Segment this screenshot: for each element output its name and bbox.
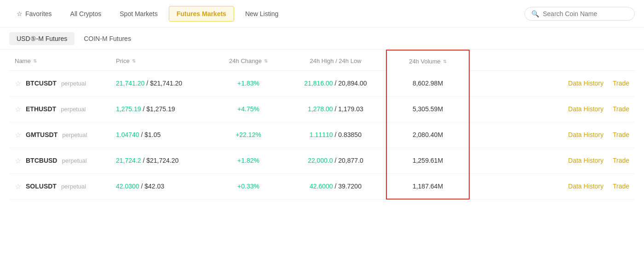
- cell-actions: Data History Trade: [469, 70, 635, 96]
- table-row: ☆ BTCUSDT perpetual 21,741.20 / $21,741.…: [9, 70, 635, 96]
- cell-actions: Data History Trade: [469, 122, 635, 148]
- coin-type: perpetual: [61, 80, 86, 87]
- table-row: ☆ ETHUSDT perpetual 1,275.19 / $1,275.19…: [9, 96, 635, 122]
- coin-type: perpetual: [61, 183, 86, 190]
- volume-value: 1,187.64M: [413, 183, 443, 190]
- coin-type: perpetual: [61, 106, 86, 113]
- table-container: Name ⇅ Price ⇅ 24h Change ⇅: [0, 50, 644, 200]
- search-box[interactable]: 🔍: [524, 7, 635, 21]
- coin-type: perpetual: [62, 157, 86, 164]
- favorite-star[interactable]: ☆: [15, 182, 21, 191]
- sub-nav-coin-m-label: COIN-M Futures: [84, 35, 131, 42]
- trade-link[interactable]: Trade: [613, 105, 629, 113]
- nav-new-listing[interactable]: New Listing: [238, 6, 286, 21]
- sub-nav-usd-m-label: USD⑤-M Futures: [17, 35, 67, 42]
- nav-favorites[interactable]: ☆ Favorites: [9, 6, 59, 21]
- cell-highlow: 22,000.0 / 20,877.0: [285, 148, 386, 173]
- price-value: 21,741.20: [116, 80, 144, 87]
- trade-link[interactable]: Trade: [613, 80, 629, 87]
- change-value: +4.75%: [237, 105, 259, 113]
- price-value: 42.0300: [116, 183, 139, 190]
- cell-price: 42.0300 / $42.03: [110, 173, 212, 199]
- low-value: 1,179.03: [338, 105, 363, 113]
- price-value: 21,724.2: [116, 157, 141, 164]
- cell-change: +22.12%: [212, 122, 285, 148]
- sub-nav-coin-m[interactable]: COIN-M Futures: [76, 32, 138, 45]
- th-change[interactable]: 24h Change ⇅: [212, 50, 285, 70]
- change-value: +0.33%: [237, 183, 259, 190]
- th-actions: [469, 50, 635, 70]
- cell-name: ☆ GMTUSDT perpetual: [9, 122, 110, 148]
- cell-highlow: 21,816.00 / 20,894.00: [285, 70, 386, 96]
- high-value: 1.11110: [310, 131, 333, 138]
- th-highlow: 24h High / 24h Low: [285, 50, 386, 70]
- table-row: ☆ SOLUSDT perpetual 42.0300 / $42.03+0.3…: [9, 173, 635, 199]
- volume-value: 8,602.98M: [413, 80, 443, 87]
- th-name[interactable]: Name ⇅: [9, 50, 110, 70]
- cell-change: +1.82%: [212, 148, 285, 173]
- top-nav: ☆ Favorites All Cryptos Spot Markets Fut…: [0, 0, 644, 28]
- sort-icon-volume: ⇅: [443, 59, 447, 64]
- favorite-star[interactable]: ☆: [15, 131, 21, 139]
- trade-link[interactable]: Trade: [613, 131, 629, 138]
- high-value: 21,816.00: [304, 80, 333, 87]
- price-usd: $1.05: [144, 131, 161, 138]
- table-row: ☆ GMTUSDT perpetual 1.04740 / $1.05+22.1…: [9, 122, 635, 148]
- coin-symbol: ETHUSDT: [26, 105, 56, 113]
- data-history-link[interactable]: Data History: [568, 131, 604, 138]
- nav-new-listing-label: New Listing: [245, 10, 278, 17]
- cell-volume: 8,602.98M: [386, 70, 469, 96]
- low-value: 20,877.0: [338, 157, 363, 164]
- sort-icon-price: ⇅: [132, 58, 136, 63]
- search-input[interactable]: [543, 10, 628, 17]
- price-usd: $42.03: [144, 183, 164, 190]
- cell-price: 21,741.20 / $21,741.20: [110, 70, 212, 96]
- data-history-link[interactable]: Data History: [568, 105, 604, 113]
- cell-volume: 1,187.64M: [386, 173, 469, 199]
- cell-change: +4.75%: [212, 96, 285, 122]
- markets-table: Name ⇅ Price ⇅ 24h Change ⇅: [9, 50, 635, 200]
- trade-link[interactable]: Trade: [613, 183, 629, 190]
- sort-icon-change: ⇅: [264, 58, 268, 63]
- nav-futures-markets[interactable]: Futures Markets: [169, 6, 234, 22]
- nav-spot-markets[interactable]: Spot Markets: [112, 6, 165, 21]
- low-value: 20,894.00: [338, 80, 367, 87]
- th-volume[interactable]: 24h Volume ⇅: [386, 50, 469, 70]
- cell-highlow: 1.11110 / 0.83850: [285, 122, 386, 148]
- cell-change: +0.33%: [212, 173, 285, 199]
- data-history-link[interactable]: Data History: [568, 80, 604, 87]
- nav-futures-markets-label: Futures Markets: [177, 10, 226, 17]
- trade-link[interactable]: Trade: [613, 157, 629, 164]
- cell-price: 1,275.19 / $1,275.19: [110, 96, 212, 122]
- high-value: 1,278.00: [308, 105, 333, 113]
- cell-actions: Data History Trade: [469, 148, 635, 173]
- coin-type: perpetual: [62, 131, 87, 138]
- star-icon: ☆: [17, 10, 23, 17]
- cell-actions: Data History Trade: [469, 173, 635, 199]
- th-price[interactable]: Price ⇅: [110, 50, 212, 70]
- high-value: 22,000.0: [308, 157, 333, 164]
- cell-name: ☆ SOLUSDT perpetual: [9, 173, 110, 199]
- data-history-link[interactable]: Data History: [568, 157, 604, 164]
- sub-nav-usd-m[interactable]: USD⑤-M Futures: [9, 32, 75, 45]
- low-value: 39.7200: [338, 183, 362, 190]
- high-value: 42.6000: [310, 183, 333, 190]
- price-usd: $21,741.20: [150, 80, 182, 87]
- cell-name: ☆ ETHUSDT perpetual: [9, 96, 110, 122]
- nav-all-cryptos-label: All Cryptos: [70, 10, 102, 17]
- nav-all-cryptos[interactable]: All Cryptos: [63, 6, 109, 21]
- favorite-star[interactable]: ☆: [15, 105, 21, 114]
- coin-symbol: SOLUSDT: [26, 183, 57, 190]
- favorite-star[interactable]: ☆: [15, 79, 21, 88]
- change-value: +1.82%: [237, 157, 259, 164]
- nav-favorites-label: Favorites: [25, 10, 52, 17]
- data-history-link[interactable]: Data History: [568, 183, 604, 190]
- cell-price: 1.04740 / $1.05: [110, 122, 212, 148]
- volume-value: 1,259.61M: [413, 157, 443, 164]
- cell-actions: Data History Trade: [469, 96, 635, 122]
- cell-highlow: 1,278.00 / 1,179.03: [285, 96, 386, 122]
- sort-icon-name: ⇅: [33, 58, 37, 63]
- price-usd: $1,275.19: [146, 105, 175, 113]
- favorite-star[interactable]: ☆: [15, 156, 21, 165]
- volume-value: 5,305.59M: [413, 105, 443, 113]
